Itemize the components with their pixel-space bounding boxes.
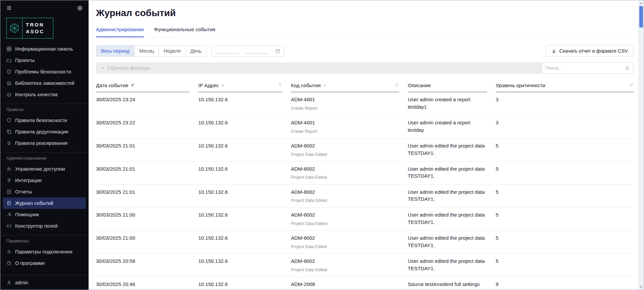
chevron-down-icon[interactable] — [221, 83, 225, 87]
sidebar-item-dedup-rules[interactable]: Правила дедупликации — [0, 126, 89, 137]
sidebar-item-dependency-library[interactable]: Библиотека зависимостей — [0, 77, 89, 89]
search-icon[interactable] — [625, 66, 630, 71]
cell-ip-address: 10.150.132.6 — [198, 142, 291, 150]
period-month-button[interactable]: Месяц — [135, 46, 159, 56]
download-csv-button[interactable]: Скачать отчет в формате CSV — [546, 45, 634, 57]
column-header-code[interactable]: Код события — [291, 82, 399, 92]
reset-filters-label: Сбросить фильтры — [107, 65, 151, 71]
scroll-up-arrow[interactable]: ▲ — [639, 0, 644, 6]
sidebar-item-response-rules[interactable]: Правила реагирования — [0, 137, 89, 149]
event-code: ADM-8002 — [291, 165, 399, 173]
download-icon — [551, 49, 556, 54]
event-code-title: Project Data Edited — [291, 244, 399, 250]
sort-icon[interactable] — [131, 83, 135, 88]
main-content: Журнал событий Администрирование Функцио… — [89, 0, 644, 290]
sidebar-item-security-rules[interactable]: Правила безопасности — [0, 115, 89, 126]
tab-administration[interactable]: Администрирование — [96, 26, 144, 37]
scrollbar-thumb[interactable] — [639, 6, 643, 27]
filter-icon[interactable] — [395, 83, 399, 88]
event-code: ADM-8002 — [291, 234, 399, 242]
sidebar-item-about[interactable]: О программе — [0, 257, 89, 269]
event-code: ADM-8002 — [291, 142, 399, 150]
connection-settings-icon — [6, 249, 12, 254]
search-input[interactable] — [545, 65, 625, 71]
sidebar-item-integrations[interactable]: Интеграции — [0, 175, 89, 186]
sidebar-user[interactable]: admin — [0, 275, 89, 290]
column-header-date[interactable]: Дата события — [96, 82, 190, 92]
cell-description: User admin edited the project data TESTD… — [408, 142, 496, 157]
logo-text: TRON ASOC — [22, 18, 53, 38]
cell-event-code: ADM-8002 Project Data Edited — [291, 257, 408, 273]
column-header-description[interactable]: Описание — [408, 82, 487, 92]
cell-description: Source testAnxolerd full settings viewed… — [408, 281, 496, 290]
sidebar-item-label: Отчеты — [15, 189, 32, 194]
sidebar-item-reports[interactable]: Отчеты — [0, 186, 89, 197]
sidebar-nav: Информационная панель Проекты Проблемы б… — [0, 41, 89, 275]
search-box — [542, 62, 634, 74]
sidebar-item-security-issues[interactable]: Проблемы безопасности — [0, 66, 89, 77]
period-all-button[interactable]: Весь период — [96, 46, 135, 56]
cell-ip-address: 10.150.132.6 — [198, 257, 291, 265]
sidebar-item-event-log[interactable]: Журнал событий — [3, 197, 86, 209]
sidebar-item-label: О программе — [15, 260, 45, 266]
table-row[interactable]: 30/03/2025 23:24 10.150.132.6 ADM-4001 C… — [96, 92, 634, 115]
cell-severity: 5 — [496, 211, 634, 219]
event-code-title: Create Report — [291, 105, 399, 111]
column-header-ip[interactable]: IP Адрес — [198, 82, 282, 92]
cell-event-date: 30/03/2025 23:24 — [96, 96, 198, 103]
chevron-down-icon[interactable] — [323, 83, 327, 87]
cell-severity: 5 — [496, 142, 634, 150]
sidebar-item-label: Библиотека зависимостей — [15, 80, 75, 86]
table-row[interactable]: 30/03/2025 21:01 10.150.132.6 ADM-8002 P… — [96, 185, 634, 208]
sidebar-item-connection-settings[interactable]: Параметры подключения — [0, 246, 89, 257]
logo-line-1: TRON — [26, 21, 53, 28]
filter-toolbar: Сбросить фильтры — [96, 62, 634, 74]
tab-functional-events[interactable]: Функциональные события — [154, 26, 215, 37]
sidebar-item-assistant[interactable]: Помощник — [0, 209, 89, 220]
sidebar-item-label: Информационная панель — [15, 46, 73, 52]
sidebar-item-label: Правила дедупликации — [15, 129, 68, 134]
globe-icon[interactable] — [77, 5, 83, 11]
scroll-down-arrow[interactable]: ▼ — [639, 284, 644, 290]
cell-ip-address: 10.150.132.6 — [198, 281, 291, 288]
user-name: admin — [15, 280, 29, 285]
sidebar-item-field-builder[interactable]: Конструктор полей — [0, 220, 89, 232]
table-row[interactable]: 30/03/2025 21:00 10.150.132.6 ADM-8002 P… — [96, 231, 634, 254]
menu-icon[interactable] — [6, 5, 12, 11]
table-row[interactable]: 30/03/2025 23:22 10.150.132.6 ADM-4001 C… — [96, 115, 634, 138]
period-day-button[interactable]: День — [186, 46, 206, 56]
sidebar-item-projects[interactable]: Проекты — [0, 55, 89, 66]
table-row[interactable]: 30/03/2025 20:58 10.150.132.6 ADM-8002 P… — [96, 254, 634, 277]
period-week-button[interactable]: Неделя — [159, 46, 186, 56]
cell-ip-address: 10.150.132.6 — [198, 188, 291, 196]
cell-event-date: 30/03/2025 21:01 — [96, 165, 198, 173]
app-logo: TRON ASOC — [6, 18, 53, 39]
field-builder-icon — [6, 223, 12, 229]
cell-event-date: 30/03/2025 23:22 — [96, 119, 198, 126]
event-log-icon — [6, 200, 12, 206]
vertical-scrollbar[interactable]: ▲ ▼ — [638, 0, 644, 290]
event-code-title: Project Data Edited — [291, 152, 399, 158]
event-code: ADM-4001 — [291, 119, 399, 126]
sidebar-item-access-management[interactable]: Управление доступом — [0, 163, 89, 175]
date-range-picker[interactable]: __.__.____ __.__.____ — [211, 45, 285, 57]
table-row[interactable]: 30/03/2025 21:01 10.150.132.6 ADM-8002 P… — [96, 138, 634, 162]
sidebar-item-quality-control[interactable]: Контроль качества — [0, 89, 89, 100]
cell-description: User admin created a report testday1 — [408, 96, 496, 111]
filter-icon[interactable] — [278, 83, 282, 88]
table-row[interactable]: 30/03/2025 21:00 10.150.132.6 ADM-8002 P… — [96, 208, 634, 231]
cell-event-code: ADM-8002 Project Data Edited — [291, 234, 408, 250]
sidebar-item-dashboard[interactable]: Информационная панель — [0, 43, 89, 55]
sidebar-item-label: Конструктор полей — [15, 223, 58, 229]
table-row[interactable]: 30/03/2025 21:01 10.150.132.6 ADM-8002 P… — [96, 162, 634, 185]
cell-event-date: 30/03/2025 21:01 — [96, 142, 198, 150]
cell-description: User admin edited the project data TESTD… — [408, 234, 496, 249]
reset-filters-button[interactable]: Сбросить фильтры — [101, 65, 151, 71]
access-management-icon — [6, 166, 12, 172]
cell-severity: 5 — [496, 234, 634, 242]
event-code-title: Project Data Edited — [291, 197, 399, 204]
filter-row: Весь период Месяц Неделя День __.__.____… — [96, 45, 634, 57]
column-header-severity[interactable]: Уровень критичности — [496, 82, 634, 92]
table-row[interactable]: 30/03/2025 20:46 10.150.132.6 ADM-2008 S… — [96, 277, 634, 290]
filter-icon[interactable] — [629, 83, 634, 88]
